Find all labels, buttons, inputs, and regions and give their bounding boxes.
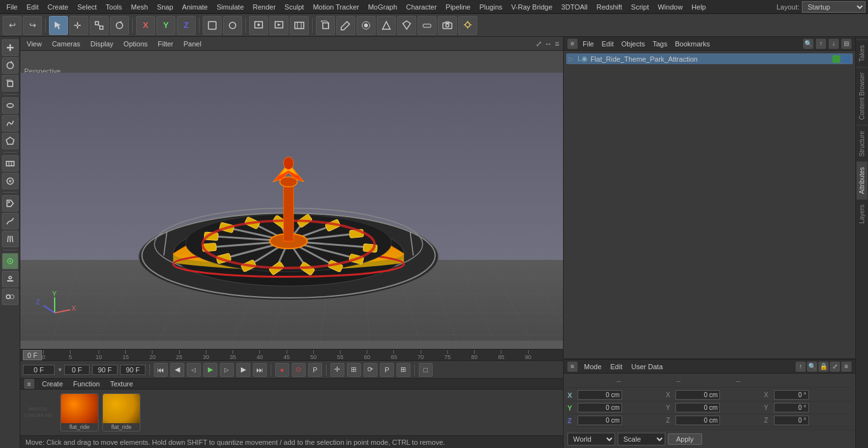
attr-search-icon[interactable]: 🔍 — [807, 362, 817, 372]
tab-structure[interactable]: Structure — [857, 125, 867, 162]
rotate-tool-button[interactable] — [110, 16, 129, 35]
vp-menu-panel[interactable]: Panel — [181, 39, 204, 49]
menu-animate[interactable]: Animate — [179, 2, 212, 12]
floor-lt-button[interactable] — [2, 271, 18, 287]
attr-sz-input[interactable] — [675, 416, 720, 425]
next-key-button[interactable]: ▷ — [220, 363, 234, 377]
vp-icon-more[interactable]: ≡ — [555, 39, 559, 48]
obj-visibility-dot[interactable] — [832, 55, 840, 63]
menu-redshift[interactable]: Redshift — [593, 2, 626, 12]
tab-attributes[interactable]: Attributes — [857, 161, 867, 199]
material-lt-button[interactable] — [2, 173, 18, 189]
menu-edit[interactable]: Edit — [23, 2, 43, 12]
move-tp-button[interactable]: ✛ — [330, 363, 344, 377]
prev-key-button[interactable]: ◁ — [187, 363, 201, 377]
frame-view-button[interactable]: □ — [419, 363, 433, 377]
object-space-button[interactable] — [223, 16, 242, 35]
vp-menu-display[interactable]: Display — [88, 39, 116, 49]
attr-sy-input[interactable] — [675, 403, 720, 412]
menu-snap[interactable]: Snap — [153, 2, 177, 12]
scene-lt-button[interactable] — [2, 155, 18, 172]
polygon-lt-button[interactable] — [2, 133, 18, 149]
timeline-ruler[interactable]: 051015202530354045505560657075808590 — [42, 350, 560, 360]
pin-tp-button[interactable]: P — [380, 363, 394, 377]
spline-lt-button[interactable] — [2, 213, 18, 229]
apply-button[interactable]: Apply — [668, 433, 702, 445]
menu-mograph[interactable]: MoGraph — [364, 2, 401, 12]
world-space-button[interactable] — [203, 16, 222, 35]
move-lt-button[interactable] — [2, 39, 18, 56]
attr-rz-input[interactable] — [774, 416, 809, 425]
knife-button[interactable] — [397, 16, 416, 35]
menu-vray-bridge[interactable]: V-Ray Bridge — [508, 2, 557, 12]
obj-up-icon[interactable]: ↑ — [816, 39, 826, 49]
y-axis-button[interactable]: Y — [156, 16, 175, 35]
first-frame-button[interactable]: ⏮ — [154, 363, 168, 377]
preview-button[interactable]: P — [308, 363, 322, 377]
obj-filter-icon[interactable]: ⊟ — [841, 39, 851, 49]
mat-menu-create[interactable]: Create — [39, 379, 65, 388]
menu-render[interactable]: Render — [249, 2, 280, 12]
menu-file[interactable]: File — [3, 2, 22, 12]
play-button[interactable]: ▶ — [203, 363, 217, 377]
menu-window[interactable]: Window — [654, 2, 686, 12]
undo-button[interactable]: ↩ — [3, 16, 22, 35]
attr-more-icon[interactable]: ≡ — [841, 362, 851, 372]
vp-menu-cameras[interactable]: Cameras — [50, 39, 83, 49]
attr-expand-icon[interactable]: ⤢ — [830, 362, 840, 372]
obj-search-icon[interactable]: 🔍 — [803, 39, 813, 49]
redo-button[interactable]: ↪ — [23, 16, 42, 35]
viewport-container[interactable]: View Cameras Display Options Filter Pane… — [20, 37, 563, 349]
rotate-lt-button[interactable] — [2, 57, 18, 74]
menu-3dtoall[interactable]: 3DTOAll — [557, 2, 591, 12]
camera-button[interactable] — [438, 16, 457, 35]
vp-icon-lock[interactable]: ↔ — [545, 39, 552, 48]
light-button[interactable] — [458, 16, 477, 35]
obj-menu-edit[interactable]: Edit — [599, 39, 616, 48]
attr-menu-edit[interactable]: Edit — [608, 362, 625, 371]
tab-takes[interactable]: Takes — [857, 39, 867, 67]
start-frame-input[interactable] — [64, 365, 90, 375]
menu-character[interactable]: Character — [402, 2, 440, 12]
world-dropdown[interactable]: World Object — [567, 433, 615, 445]
attr-px-input[interactable] — [578, 390, 622, 400]
tab-layers[interactable]: Layers — [857, 199, 867, 229]
attr-lock-icon[interactable]: 🔒 — [818, 362, 829, 372]
fps-input[interactable] — [120, 365, 146, 375]
menu-motion-tracker[interactable]: Motion Tracker — [309, 2, 363, 12]
menu-create[interactable]: Create — [44, 2, 72, 12]
current-frame-input[interactable] — [23, 365, 55, 375]
nurbs-lt-button[interactable] — [2, 115, 18, 132]
menu-help[interactable]: Help — [688, 2, 710, 12]
cube-lt-button[interactable] — [2, 75, 18, 92]
move-tool-button[interactable]: ✛ — [69, 16, 88, 35]
tab-content-browser[interactable]: Content Browser — [857, 67, 867, 125]
attr-ry-input[interactable] — [774, 403, 809, 412]
attr-rx-input[interactable] — [774, 390, 809, 400]
grid-tp-button[interactable]: ⊞ — [397, 363, 410, 377]
render-frame-button[interactable] — [269, 16, 288, 35]
menu-sculpt[interactable]: Sculpt — [281, 2, 308, 12]
render-animation-button[interactable] — [290, 16, 309, 35]
vp-icon-expand[interactable]: ⤢ — [536, 39, 542, 48]
menu-mesh[interactable]: Mesh — [127, 2, 152, 12]
scale-tool-button[interactable] — [90, 16, 109, 35]
vp-menu-filter[interactable]: Filter — [155, 39, 175, 49]
vp-menu-options[interactable]: Options — [121, 39, 150, 49]
obj-render-dot[interactable] — [843, 55, 850, 63]
attr-menu-mode[interactable]: Mode — [581, 362, 604, 371]
obj-down-icon[interactable]: ↓ — [829, 39, 839, 49]
layout-dropdown[interactable]: Startup — [802, 1, 865, 13]
end-frame-input[interactable] — [92, 365, 118, 375]
point-button[interactable] — [356, 16, 376, 35]
pen-button[interactable] — [336, 16, 355, 35]
menu-tools[interactable]: Tools — [102, 2, 126, 12]
tag-lt-button[interactable] — [2, 195, 18, 212]
record-button[interactable]: ● — [275, 363, 289, 377]
x-axis-button[interactable]: X — [136, 16, 155, 35]
viewport-bg[interactable]: Perspective — [20, 51, 563, 349]
menu-select[interactable]: Select — [74, 2, 101, 12]
attr-menu-userdata[interactable]: User Data — [629, 362, 666, 371]
object-item-flat-ride[interactable]: ▷ L◉ Flat_Ride_Theme_Park_Attraction — [566, 53, 853, 64]
subdivide-button[interactable] — [377, 16, 396, 35]
